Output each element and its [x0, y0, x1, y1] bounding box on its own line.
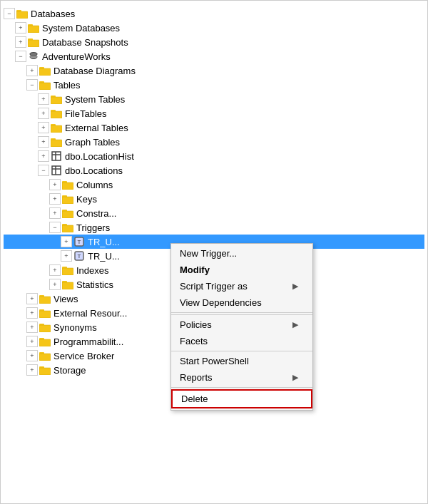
tree-label-synonyms: Synonyms [54, 322, 97, 333]
tree-label-external-tables: External Tables [65, 123, 128, 133]
expand-btn-external-tables[interactable]: + [38, 122, 49, 133]
expand-btn-synonyms[interactable]: + [26, 322, 38, 333]
folder-icon-views [39, 293, 51, 304]
tree-label-graph-tables: Graph Tables [65, 137, 120, 148]
expand-btn-filetables[interactable]: + [38, 108, 49, 119]
ctx-separator-1 [171, 312, 312, 313]
ctx-arrow-policies: ▶ [292, 320, 298, 329]
tree-item-dbo-locations[interactable]: − dbo.Locations [4, 163, 424, 178]
folder-icon-system-databases [27, 22, 40, 34]
tree-item-database-snapshots[interactable]: + Database Snapshots [4, 35, 424, 49]
tree-label-views: Views [54, 294, 78, 304]
collapse-btn-triggers[interactable]: − [49, 222, 61, 233]
tree-label-storage: Storage [54, 365, 86, 376]
ctx-item-start-powershell[interactable]: Start PowerShell [171, 353, 312, 369]
tree-item-database-diagrams[interactable]: + Database Diagrams [4, 63, 424, 78]
svg-rect-31 [52, 166, 61, 175]
expand-btn-tr-u2[interactable]: + [61, 250, 72, 262]
expand-btn-dbo-locationhist[interactable]: + [38, 150, 49, 162]
ctx-separator-3 [171, 387, 312, 388]
tree-container: − Databases+ System Databases+ Database … [1, 1, 427, 503]
expand-btn-system-tables[interactable]: + [38, 93, 49, 105]
tree-item-tables[interactable]: − Tables [4, 78, 424, 92]
ctx-label-view-dependencies: View Dependencies [180, 297, 262, 308]
expand-btn-indexes[interactable]: + [49, 264, 61, 276]
expand-btn-storage[interactable]: + [26, 364, 38, 376]
tree-item-filetables[interactable]: + FileTables [4, 106, 424, 120]
tree-label-triggers: Triggers [76, 222, 110, 233]
tree-label-databases: Databases [31, 9, 75, 19]
ctx-arrow-script-trigger: ▶ [292, 282, 298, 291]
trigger-icon-tr-u2: T [73, 250, 86, 262]
ctx-arrow-reports: ▶ [292, 373, 298, 382]
ctx-separator-after-view-dependencies [171, 314, 312, 315]
tree-item-external-tables[interactable]: + External Tables [4, 120, 424, 135]
tree-label-adventureworks: AdventureWorks [42, 51, 111, 62]
tree-item-graph-tables[interactable]: + Graph Tables [4, 135, 424, 149]
ctx-item-facets[interactable]: Facets [171, 333, 312, 349]
folder-icon-database-snapshots [27, 36, 40, 48]
collapse-btn-tables[interactable]: − [26, 79, 38, 91]
ctx-item-new-trigger[interactable]: New Trigger... [171, 245, 312, 262]
folder-icon-constraints [61, 207, 74, 219]
tree-item-adventureworks[interactable]: − AdventureWorks [4, 49, 424, 63]
expand-btn-system-databases[interactable]: + [15, 22, 26, 34]
ctx-label-reports: Reports [180, 372, 213, 383]
ctx-item-script-trigger[interactable]: Script Trigger as▶ [171, 278, 312, 294]
expand-btn-service-broker[interactable]: + [26, 350, 38, 361]
expand-btn-database-diagrams[interactable]: + [26, 65, 38, 76]
tree-label-database-diagrams: Database Diagrams [54, 66, 136, 76]
ctx-label-delete: Delete [181, 394, 208, 404]
ctx-label-start-powershell: Start PowerShell [180, 356, 249, 366]
tree-label-tr-u2: TR_U... [88, 251, 120, 262]
folder-icon-system-tables [50, 93, 63, 105]
tree-label-tables: Tables [54, 80, 81, 91]
folder-icon-statistics [61, 279, 74, 290]
folder-icon-external-resources [39, 307, 51, 319]
collapse-btn-databases[interactable]: − [4, 8, 15, 19]
tree-label-columns: Columns [76, 180, 113, 190]
expand-btn-programmability[interactable]: + [26, 336, 38, 347]
ctx-item-view-dependencies[interactable]: View Dependencies [171, 294, 312, 311]
expand-btn-database-snapshots[interactable]: + [15, 36, 26, 48]
ctx-item-reports[interactable]: Reports▶ [171, 369, 312, 386]
tree-label-database-snapshots: Database Snapshots [42, 37, 128, 48]
tree-item-triggers[interactable]: − Triggers [4, 220, 424, 235]
tree-item-dbo-locationhist[interactable]: + dbo.LocationHist [4, 149, 424, 163]
tree-item-databases[interactable]: − Databases [4, 6, 424, 21]
collapse-btn-adventureworks[interactable]: − [15, 51, 26, 62]
folder-icon-columns [61, 179, 74, 190]
tree-label-system-tables: System Tables [65, 94, 125, 105]
expand-btn-statistics[interactable]: + [49, 279, 61, 290]
tree-label-service-broker: Service Broker [54, 351, 114, 361]
expand-btn-constraints[interactable]: + [49, 207, 61, 219]
tree-label-tr-u1: TR_U... [88, 237, 120, 247]
tree-label-programmability: Programmabilit... [54, 336, 123, 347]
tree-label-system-databases: System Databases [42, 23, 120, 34]
folder-icon-indexes [61, 264, 74, 276]
context-menu: New Trigger...ModifyScript Trigger as▶Vi… [170, 243, 313, 411]
table-icon-dbo-locationhist [50, 150, 63, 162]
trigger-icon-tr-u1: T [73, 236, 86, 247]
tree-item-keys[interactable]: + Keys [4, 192, 424, 206]
tree-label-keys: Keys [76, 194, 97, 205]
expand-btn-tr-u1[interactable]: + [61, 236, 72, 247]
tree-label-constraints: Constra... [76, 208, 116, 219]
ctx-item-delete[interactable]: Delete [171, 389, 312, 408]
svg-text:T: T [78, 239, 81, 245]
collapse-btn-dbo-locations[interactable]: − [38, 165, 49, 176]
expand-btn-views[interactable]: + [26, 293, 38, 304]
database-icon-adventureworks [27, 51, 40, 62]
tree-item-system-tables[interactable]: + System Tables [4, 92, 424, 106]
expand-btn-graph-tables[interactable]: + [38, 136, 49, 148]
expand-btn-keys[interactable]: + [49, 193, 61, 205]
expand-btn-columns[interactable]: + [49, 179, 61, 190]
folder-icon-triggers [61, 222, 74, 233]
ctx-item-modify[interactable]: Modify [171, 262, 312, 278]
expand-btn-external-resources[interactable]: + [26, 307, 38, 319]
folder-icon-filetables [50, 108, 63, 119]
ctx-item-policies[interactable]: Policies▶ [171, 317, 312, 333]
tree-item-system-databases[interactable]: + System Databases [4, 21, 424, 35]
tree-item-columns[interactable]: + Columns [4, 178, 424, 192]
tree-item-constraints[interactable]: + Constra... [4, 206, 424, 220]
